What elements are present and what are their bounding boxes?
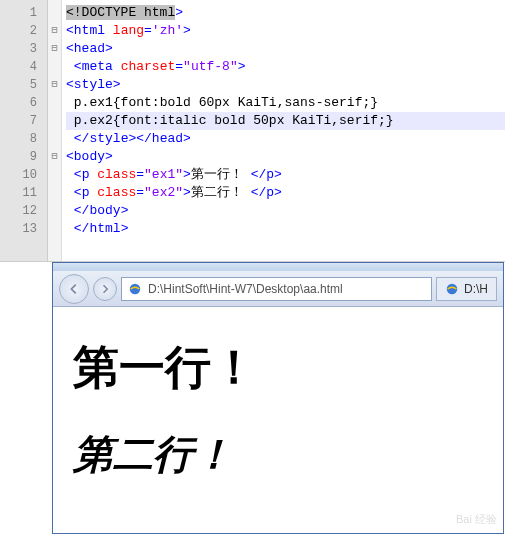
line-number: 1 <box>0 4 47 22</box>
fold-marker[interactable] <box>48 130 61 148</box>
code-line: <style> <box>66 76 505 94</box>
code-line: <meta charset="utf-8"> <box>66 58 505 76</box>
fold-marker[interactable]: ⊟ <box>48 76 61 94</box>
browser-viewport: 第一行！ 第二行！ <box>53 307 503 533</box>
watermark: Bai 经验 <box>456 512 497 527</box>
tab-bar: D:\H <box>436 277 497 301</box>
code-line: p.ex1{font:bold 60px KaiTi,sans-serif;} <box>66 94 505 112</box>
line-number: 7 <box>0 112 47 130</box>
fold-marker[interactable] <box>48 112 61 130</box>
code-line: <p class="ex2">第二行！ </p> <box>66 184 505 202</box>
address-text: D:\HintSoft\Hint-W7\Desktop\aa.html <box>148 282 343 296</box>
fold-marker[interactable]: ⊟ <box>48 148 61 166</box>
back-button[interactable] <box>59 274 89 304</box>
fold-marker[interactable] <box>48 58 61 76</box>
rendered-line-1: 第一行！ <box>73 337 483 399</box>
fold-marker[interactable] <box>48 94 61 112</box>
fold-marker[interactable] <box>48 4 61 22</box>
arrow-right-icon <box>99 283 111 295</box>
line-number: 11 <box>0 184 47 202</box>
arrow-left-icon <box>67 282 81 296</box>
ie-icon <box>445 282 459 296</box>
line-number: 4 <box>0 58 47 76</box>
fold-marker[interactable] <box>48 220 61 238</box>
fold-marker[interactable] <box>48 202 61 220</box>
line-number: 9 <box>0 148 47 166</box>
browser-titlebar <box>53 263 503 271</box>
browser-tab[interactable]: D:\H <box>436 277 497 301</box>
line-number: 5 <box>0 76 47 94</box>
tab-label: D:\H <box>464 282 488 296</box>
browser-toolbar: D:\HintSoft\Hint-W7\Desktop\aa.html D:\H <box>53 271 503 307</box>
code-line: <html lang='zh'> <box>66 22 505 40</box>
line-number: 12 <box>0 202 47 220</box>
fold-marker[interactable]: ⊟ <box>48 40 61 58</box>
line-number: 13 <box>0 220 47 238</box>
code-line: </html> <box>66 220 505 238</box>
line-number-gutter: 1 2 3 4 5 6 7 8 9 10 11 12 13 <box>0 0 48 261</box>
fold-gutter: ⊟ ⊟ ⊟ ⊟ <box>48 0 62 261</box>
line-number: 10 <box>0 166 47 184</box>
code-area[interactable]: <!DOCTYPE html> <html lang='zh'> <head> … <box>62 0 505 261</box>
line-number: 3 <box>0 40 47 58</box>
forward-button[interactable] <box>93 277 117 301</box>
line-number: 6 <box>0 94 47 112</box>
fold-marker[interactable]: ⊟ <box>48 22 61 40</box>
rendered-line-2: 第二行！ <box>73 427 483 482</box>
code-line: </style></head> <box>66 130 505 148</box>
fold-marker[interactable] <box>48 166 61 184</box>
code-line-highlighted: p.ex2{font:italic bold 50px KaiTi,serif;… <box>66 112 505 130</box>
fold-marker[interactable] <box>48 184 61 202</box>
browser-window: D:\HintSoft\Hint-W7\Desktop\aa.html D:\H… <box>52 262 504 534</box>
code-line: <body> <box>66 148 505 166</box>
ie-icon <box>128 282 142 296</box>
code-editor: 1 2 3 4 5 6 7 8 9 10 11 12 13 ⊟ ⊟ ⊟ ⊟ <!… <box>0 0 505 262</box>
code-line: </body> <box>66 202 505 220</box>
address-bar[interactable]: D:\HintSoft\Hint-W7\Desktop\aa.html <box>121 277 432 301</box>
line-number: 2 <box>0 22 47 40</box>
code-line: <!DOCTYPE html> <box>66 4 505 22</box>
code-line: <head> <box>66 40 505 58</box>
code-line: <p class="ex1">第一行！ </p> <box>66 166 505 184</box>
line-number: 8 <box>0 130 47 148</box>
